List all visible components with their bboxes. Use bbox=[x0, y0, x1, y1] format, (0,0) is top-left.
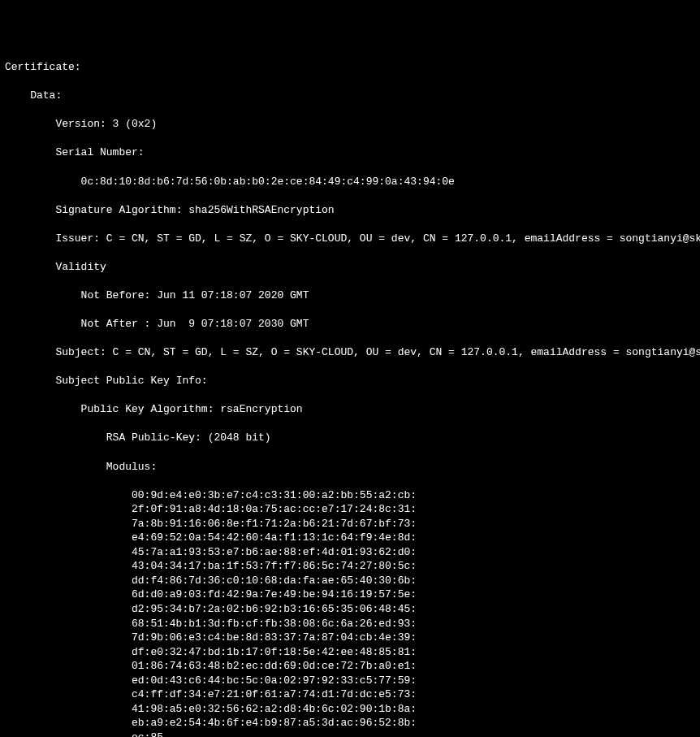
modulus-line: ed:0d:43:c6:44:bc:5c:0a:02:97:92:33:c5:7… bbox=[5, 674, 695, 688]
modulus-line: 68:51:4b:b1:3d:fb:cf:fb:38:08:6c:6a:26:e… bbox=[5, 617, 695, 631]
certificate-label: Certificate: bbox=[5, 60, 695, 75]
rsa-key-size: RSA Public-Key: (2048 bit) bbox=[5, 431, 695, 445]
modulus-line: 00:9d:e4:e0:3b:e7:c4:c3:31:00:a2:bb:55:a… bbox=[5, 488, 695, 503]
modulus-line: 01:86:74:63:48:b2:ec:dd:69:0d:ce:72:7b:a… bbox=[5, 659, 695, 674]
modulus-line: 45:7a:a1:93:53:e7:b6:ae:88:ef:4d:01:93:6… bbox=[5, 545, 695, 560]
not-after: Not After : Jun 9 07:18:07 2030 GMT bbox=[5, 317, 695, 332]
modulus-line: 41:98:a5:e0:32:56:62:a2:d8:4b:6c:02:90:1… bbox=[5, 702, 695, 717]
subject: Subject: C = CN, ST = GD, L = SZ, O = SK… bbox=[5, 345, 695, 360]
modulus-line: ec:85 bbox=[5, 730, 695, 737]
serial-number-label: Serial Number: bbox=[5, 145, 695, 160]
modulus-line: 7a:8b:91:16:06:8e:f1:71:2a:b6:21:7d:67:b… bbox=[5, 517, 695, 531]
validity-label: Validity bbox=[5, 260, 695, 275]
modulus-line: e4:69:52:0a:54:42:60:4a:f1:13:1c:64:f9:4… bbox=[5, 531, 695, 545]
not-before: Not Before: Jun 11 07:18:07 2020 GMT bbox=[5, 288, 695, 303]
spki-label: Subject Public Key Info: bbox=[5, 374, 695, 388]
signature-algorithm: Signature Algorithm: sha256WithRSAEncryp… bbox=[5, 203, 695, 218]
issuer: Issuer: C = CN, ST = GD, L = SZ, O = SKY… bbox=[5, 232, 695, 246]
modulus-label: Modulus: bbox=[5, 460, 695, 475]
modulus-line: d2:95:34:b7:2a:02:b6:92:b3:16:65:35:06:4… bbox=[5, 602, 695, 617]
modulus-line: 6d:d0:a9:03:fd:42:9a:7e:49:be:94:16:19:5… bbox=[5, 587, 695, 602]
serial-number-value: 0c:8d:10:8d:b6:7d:56:0b:ab:b0:2e:ce:84:4… bbox=[5, 175, 695, 189]
public-key-algorithm: Public Key Algorithm: rsaEncryption bbox=[5, 402, 695, 417]
modulus-line: dd:f4:86:7d:36:c0:10:68:da:fa:ae:65:40:3… bbox=[5, 574, 695, 588]
modulus-line: c4:ff:df:34:e7:21:0f:61:a7:74:d1:7d:dc:e… bbox=[5, 687, 695, 702]
version: Version: 3 (0x2) bbox=[5, 117, 695, 132]
modulus-line: 43:04:34:17:ba:1f:53:7f:f7:86:5c:74:27:8… bbox=[5, 559, 695, 574]
modulus-line: df:e0:32:47:bd:1b:17:0f:18:5e:42:ee:48:8… bbox=[5, 645, 695, 660]
modulus-line: 2f:0f:91:a8:4d:18:0a:75:ac:cc:e7:17:24:8… bbox=[5, 502, 695, 517]
modulus-line: 7d:9b:06:e3:c4:be:8d:83:37:7a:87:04:cb:4… bbox=[5, 631, 695, 645]
data-label: Data: bbox=[5, 89, 695, 103]
modulus-line: eb:a9:e2:54:4b:6f:e4:b9:87:a5:3d:ac:96:5… bbox=[5, 716, 695, 730]
